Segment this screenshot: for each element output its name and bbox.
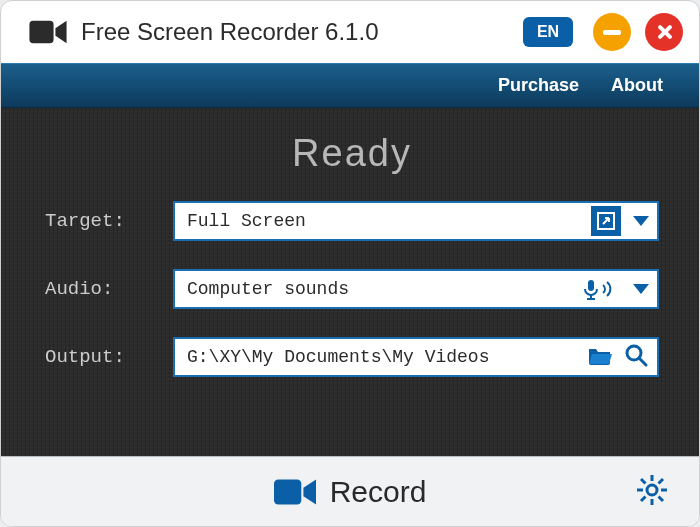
audio-row: Audio: Computer sounds <box>45 269 659 309</box>
target-dropdown-icon[interactable] <box>633 216 649 226</box>
titlebar: Free Screen Recorder 6.1.0 EN <box>1 1 699 63</box>
app-title: Free Screen Recorder 6.1.0 <box>81 18 509 46</box>
fullscreen-icon[interactable] <box>591 206 621 236</box>
close-button[interactable] <box>645 13 683 51</box>
output-row: Output: G:\XY\My Documents\My Videos <box>45 337 659 377</box>
settings-button[interactable] <box>635 473 669 511</box>
svg-line-15 <box>641 496 646 501</box>
output-label: Output: <box>45 346 173 368</box>
audio-field[interactable]: Computer sounds <box>173 269 659 309</box>
svg-line-16 <box>659 479 664 484</box>
browse-icon[interactable] <box>623 342 649 372</box>
audio-label: Audio: <box>45 278 173 300</box>
target-row: Target: Full Screen <box>45 201 659 241</box>
menu-about[interactable]: About <box>611 75 663 96</box>
svg-line-13 <box>641 479 646 484</box>
record-button[interactable]: Record <box>274 475 427 509</box>
target-label: Target: <box>45 210 173 232</box>
camera-icon <box>29 19 67 45</box>
minimize-button[interactable] <box>593 13 631 51</box>
audio-source-icon[interactable] <box>583 277 617 301</box>
record-icon <box>274 477 316 507</box>
main-panel: Ready Target: Full Screen Audio: Compute… <box>1 108 699 456</box>
svg-rect-2 <box>588 280 594 291</box>
target-value: Full Screen <box>187 211 585 231</box>
minimize-icon <box>603 30 621 35</box>
menu-purchase[interactable]: Purchase <box>498 75 579 96</box>
target-field[interactable]: Full Screen <box>173 201 659 241</box>
svg-point-8 <box>647 485 657 495</box>
svg-line-14 <box>659 496 664 501</box>
language-button[interactable]: EN <box>523 17 573 47</box>
output-field[interactable]: G:\XY\My Documents\My Videos <box>173 337 659 377</box>
actionbar: Record <box>1 456 699 526</box>
record-label: Record <box>330 475 427 509</box>
app-window: Free Screen Recorder 6.1.0 EN Purchase A… <box>0 0 700 527</box>
output-value: G:\XY\My Documents\My Videos <box>187 347 581 367</box>
svg-rect-0 <box>29 21 53 43</box>
close-icon <box>654 22 674 42</box>
open-folder-icon[interactable] <box>587 344 613 370</box>
svg-line-6 <box>639 358 646 365</box>
menubar: Purchase About <box>1 63 699 108</box>
audio-value: Computer sounds <box>187 279 577 299</box>
audio-dropdown-icon[interactable] <box>633 284 649 294</box>
svg-rect-7 <box>274 479 301 504</box>
status-text: Ready <box>45 132 659 175</box>
